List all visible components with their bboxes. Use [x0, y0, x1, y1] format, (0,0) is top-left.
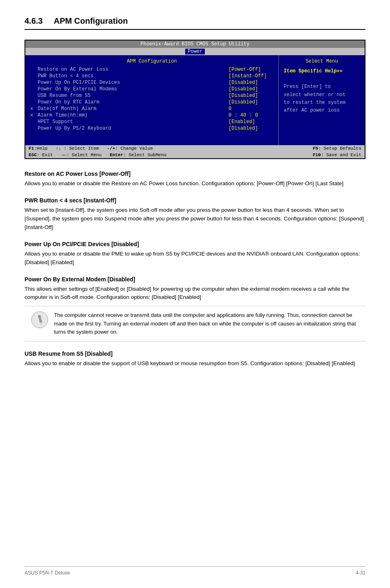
row-label: Power On by RTC Alarm: [38, 99, 229, 105]
bios-row: Power On By External Modems [Disabled]: [30, 86, 273, 92]
row-value: [Enabled]: [229, 119, 273, 125]
row-prefix: [30, 86, 38, 92]
heading-restore-ac: Restore on AC Power Loss [Power-Off]: [25, 171, 365, 177]
bios-row: x Date(of Month) Alarm 0: [30, 106, 273, 112]
row-value: [Disabled]: [229, 80, 273, 85]
bios-row: x Alarm Time(hh:mm) 0 : 40 : 0: [30, 112, 273, 118]
bios-status-bar: F1:Help ↑↓ : Select Item -/+: Change Val…: [25, 145, 365, 152]
row-prefix: [30, 126, 38, 131]
bios-screen: Phoenix-Award BIOS CMOS Setup Utility Po…: [25, 40, 365, 159]
row-value: 0 : 40 : 0: [229, 112, 273, 118]
help-line: to restart the system: [284, 99, 360, 107]
body-pwr-button: When set to [Instant-Off], the system go…: [25, 206, 365, 232]
bios-row: HPET Support [Enabled]: [30, 119, 273, 125]
section-title: APM Configuration: [54, 16, 128, 25]
bios-main: APM Configuration Restore on AC Power Lo…: [25, 55, 279, 145]
row-prefix: [30, 99, 38, 105]
row-label: Power Up By PS/2 Keyboard: [38, 126, 229, 131]
help-line: [284, 75, 360, 83]
row-value: 0: [229, 106, 273, 112]
section-usb-resume: USB Resume from S5 [Disabled]Allows you …: [25, 350, 365, 368]
row-label: Power Up On PCI/PCIE Devices: [38, 80, 229, 85]
section-heading: 4.6.3 APM Configuration: [25, 16, 365, 30]
row-prefix: [30, 119, 38, 125]
help-line: Press [Enter] to: [284, 83, 360, 91]
bios-row: PWR Button < 4 secs [Instant-Off]: [30, 73, 273, 79]
help-line: after AC power loss: [284, 107, 360, 114]
body-power-on-modem: This allows either settings of [Enabled]…: [25, 285, 365, 302]
bios-title-bar: Phoenix-Award BIOS CMOS Setup Utility: [25, 40, 365, 48]
heading-usb-resume: USB Resume from S5 [Disabled]: [25, 350, 365, 357]
status-esc: ESC: Exit: [29, 153, 53, 157]
bios-row: Restore on AC Power Loss [Power-Off]: [30, 67, 273, 72]
row-label: USB Resume from S5: [38, 93, 229, 99]
row-prefix: [30, 67, 38, 72]
status-select-menu: →←: Select Menu: [61, 153, 101, 157]
row-label: Power On By External Modems: [38, 86, 229, 92]
row-value: [Power-Off]: [229, 67, 273, 72]
bios-rows: Restore on AC Power Loss [Power-Off] PWR…: [30, 67, 273, 131]
bios-section-header: APM Configuration: [30, 58, 273, 64]
body-restore-ac: Allows you to enable or disable the Rest…: [25, 180, 365, 188]
row-prefix: [30, 73, 38, 79]
help-line: select whether or not: [284, 91, 360, 99]
heading-power-on-modem: Power On By External Modem [Disabled]: [25, 276, 365, 283]
bios-sidebar-header: Select Menu: [284, 58, 360, 64]
pencil-icon: [31, 311, 48, 328]
bios-status-right-2: F10: Save and Exit: [313, 153, 361, 157]
status-change-value: -/+: Change Value: [107, 146, 153, 151]
body-usb-resume: Allows you to enable or disable the supp…: [25, 359, 365, 368]
footer-left: ASUS P5N-T Deluxe: [25, 570, 70, 576]
section-power-on-modem: Power On By External Modem [Disabled]Thi…: [25, 276, 365, 341]
bios-menu-bar: Power: [25, 48, 365, 55]
row-label: Date(of Month) Alarm: [38, 106, 229, 112]
row-value: [Disabled]: [229, 86, 273, 92]
bios-row: USB Resume from S5 [Disabled]: [30, 93, 273, 99]
row-prefix: [30, 80, 38, 85]
row-value: [Disabled]: [229, 126, 273, 131]
bios-sidebar: Select Menu Item Specific Help»» Press […: [279, 55, 365, 145]
heading-power-up-pci: Power Up On PCI/PCIE Devices [Disabled]: [25, 241, 365, 247]
row-label: Restore on AC Power Loss: [38, 67, 229, 72]
status-enter: Enter: Select SubMenu: [110, 153, 166, 157]
page-footer: ASUS P5N-T Deluxe 4-31: [25, 566, 365, 576]
row-value: [Instant-Off]: [229, 73, 273, 79]
row-prefix: x: [30, 112, 38, 118]
row-label: HPET Support: [38, 119, 229, 125]
footer-right: 4-31: [356, 570, 365, 576]
status-select-item: ↑↓ : Select Item: [56, 146, 99, 151]
row-prefix: x: [30, 106, 38, 112]
help-line: Item Specific Help»»: [284, 67, 360, 75]
bios-body: APM Configuration Restore on AC Power Lo…: [25, 55, 365, 145]
section-number: 4.6.3: [25, 16, 43, 25]
section-power-up-pci: Power Up On PCI/PCIE Devices [Disabled]A…: [25, 241, 365, 267]
bios-row: Power Up On PCI/PCIE Devices [Disabled]: [30, 80, 273, 85]
row-value: [Disabled]: [229, 99, 273, 105]
bios-status-left-2: ESC: Exit →←: Select Menu Enter: Select …: [29, 153, 166, 157]
bios-menu-power: Power: [185, 49, 205, 54]
bios-help: Item Specific Help»» Press [Enter] tosel…: [284, 67, 360, 114]
bios-status-right: F5: Setup Defaults: [313, 146, 361, 151]
bios-row: Power Up By PS/2 Keyboard [Disabled]: [30, 126, 273, 131]
status-f5: F5: Setup Defaults: [313, 146, 361, 151]
row-value: [Disabled]: [229, 93, 273, 99]
body-power-up-pci: Allows you to enable or disable the PME …: [25, 250, 365, 267]
note-text: The computer cannot receive or transmit …: [54, 311, 359, 336]
status-f10: F10: Save and Exit: [313, 153, 361, 157]
bios-status-left: F1:Help ↑↓ : Select Item -/+: Change Val…: [29, 146, 153, 151]
row-label: Alarm Time(hh:mm): [38, 112, 229, 118]
bios-row: Power On by RTC Alarm [Disabled]: [30, 99, 273, 105]
row-label: PWR Button < 4 secs: [38, 73, 229, 79]
section-restore-ac: Restore on AC Power Loss [Power-Off]Allo…: [25, 171, 365, 188]
note-box: The computer cannot receive or transmit …: [25, 306, 365, 341]
heading-pwr-button: PWR Button < 4 secs [Instant-Off]: [25, 197, 365, 204]
bios-status-bar-2: ESC: Exit →←: Select Menu Enter: Select …: [25, 152, 365, 158]
content-sections: Restore on AC Power Loss [Power-Off]Allo…: [25, 171, 365, 368]
row-prefix: [30, 93, 38, 99]
status-f1: F1:Help: [29, 146, 47, 151]
note-icon: [31, 311, 48, 330]
section-pwr-button: PWR Button < 4 secs [Instant-Off]When se…: [25, 197, 365, 232]
